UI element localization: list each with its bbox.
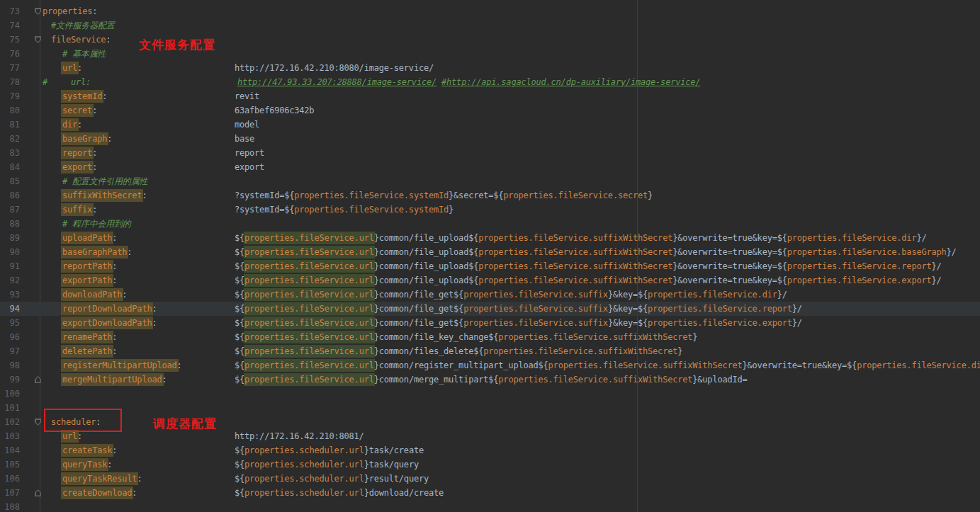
fold-collapse-icon[interactable] bbox=[35, 8, 41, 15]
line-number: 76 bbox=[0, 47, 20, 61]
code-text: url: bbox=[62, 61, 82, 75]
fold-collapse-icon[interactable] bbox=[35, 419, 41, 426]
code-line[interactable]: 80secret:63afbef6906c342b bbox=[0, 103, 980, 118]
code-text: fileService: bbox=[51, 33, 111, 47]
code-line[interactable]: 98registerMultipartUpload:${properties.f… bbox=[0, 358, 980, 372]
code-text: systemId: bbox=[62, 89, 107, 103]
code-line[interactable]: 104createTask:${properties.scheduler.url… bbox=[0, 443, 980, 457]
code-line[interactable]: 101 bbox=[0, 401, 980, 415]
code-line[interactable]: 95exportDownloadPath:${properties.fileSe… bbox=[0, 316, 980, 330]
code-text: #文件服务器配置 bbox=[51, 18, 115, 33]
line-number: 80 bbox=[0, 103, 20, 118]
code-line[interactable]: 88# 程序中会用到的 bbox=[0, 217, 980, 231]
code-line[interactable]: 94reportDownloadPath:${properties.fileSe… bbox=[0, 302, 980, 316]
code-text: downloadPath: bbox=[62, 288, 127, 302]
code-line[interactable]: 77url:http://172.16.42.210:8080/image-se… bbox=[0, 61, 980, 75]
code-editor: 73properties:74#文件服务器配置75fileService:76#… bbox=[0, 0, 980, 512]
code-text: url: bbox=[71, 75, 91, 89]
code-line[interactable]: 102scheduler: bbox=[0, 415, 980, 429]
code-line[interactable]: 100 bbox=[0, 387, 980, 401]
code-text: ${properties.fileService.url}common/file… bbox=[235, 259, 942, 273]
code-text: renamePath: bbox=[62, 330, 117, 344]
code-text: http://47.93.33.207:28888/image-service/… bbox=[237, 75, 700, 89]
line-number: 102 bbox=[0, 415, 20, 429]
line-number: 97 bbox=[0, 344, 20, 358]
line-number: 95 bbox=[0, 316, 20, 330]
code-text: ${properties.fileService.url}common/file… bbox=[235, 231, 926, 245]
code-text: ?systemId=${properties.fileService.syste… bbox=[235, 203, 454, 217]
code-text: registerMultipartUpload: bbox=[62, 358, 182, 372]
code-line[interactable]: 107createDownload:${properties.scheduler… bbox=[0, 486, 980, 500]
line-number: 106 bbox=[0, 472, 20, 486]
code-text: secret: bbox=[62, 103, 97, 118]
code-line[interactable]: 86suffixWithSecret:?systemId=${propertie… bbox=[0, 188, 980, 203]
code-line[interactable]: 90baseGraphPath:${properties.fileService… bbox=[0, 245, 980, 259]
annotation-scheduler-label: 调度器配置 bbox=[153, 417, 217, 431]
line-number: 93 bbox=[0, 288, 20, 302]
code-text: # 配置文件引用的属性 bbox=[62, 174, 147, 188]
code-text: model bbox=[235, 118, 259, 132]
code-text: dir: bbox=[62, 118, 82, 132]
code-line[interactable]: 108 bbox=[0, 500, 980, 512]
code-line[interactable]: 96renamePath:${properties.fileService.ur… bbox=[0, 330, 980, 344]
code-text: ${properties.scheduler.url}result/query bbox=[235, 472, 429, 486]
code-line[interactable]: 106queryTaskResult:${properties.schedule… bbox=[0, 472, 980, 486]
line-number: 89 bbox=[0, 231, 20, 245]
code-text: uploadPath: bbox=[62, 231, 117, 245]
code-text: baseGraphPath: bbox=[62, 245, 132, 259]
line-number: 92 bbox=[0, 273, 20, 288]
line-number: 87 bbox=[0, 203, 20, 217]
line-number: 103 bbox=[0, 429, 20, 443]
line-number: 74 bbox=[0, 18, 20, 33]
code-text: 63afbef6906c342b bbox=[235, 103, 314, 118]
code-line[interactable]: 85# 配置文件引用的属性 bbox=[0, 174, 980, 188]
code-text: properties: bbox=[43, 4, 97, 18]
code-line[interactable]: 91reportPath:${properties.fileService.ur… bbox=[0, 259, 980, 273]
code-text: baseGraph: bbox=[62, 132, 112, 146]
code-text: createDownload: bbox=[62, 486, 137, 500]
line-number: 75 bbox=[0, 33, 20, 47]
code-text: deletePath: bbox=[62, 344, 117, 358]
code-line[interactable]: 97deletePath:${properties.fileService.ur… bbox=[0, 344, 980, 358]
line-number: 96 bbox=[0, 330, 20, 344]
line-number: 81 bbox=[0, 118, 20, 132]
fold-region-end-icon[interactable] bbox=[35, 489, 41, 496]
code-text: ${properties.scheduler.url}task/query bbox=[235, 457, 419, 472]
code-line[interactable]: 84export:export bbox=[0, 160, 980, 174]
line-number: 100 bbox=[0, 387, 20, 401]
code-line[interactable]: 87suffix:?systemId=${properties.fileServ… bbox=[0, 203, 980, 217]
code-text: http://172.16.42.210:8081/ bbox=[235, 429, 364, 443]
code-text: export: bbox=[62, 160, 97, 174]
code-line[interactable]: 79systemId:revit bbox=[0, 89, 980, 103]
line-number: 104 bbox=[0, 443, 20, 457]
line-number: 101 bbox=[0, 401, 20, 415]
code-line[interactable]: 78#url:http://47.93.33.207:28888/image-s… bbox=[0, 75, 980, 89]
code-line[interactable]: 83report:report bbox=[0, 146, 980, 160]
code-line[interactable]: 82baseGraph:base bbox=[0, 132, 980, 146]
code-text: report bbox=[235, 146, 264, 160]
fold-collapse-icon[interactable] bbox=[35, 36, 41, 43]
code-text: base bbox=[235, 132, 254, 146]
code-line[interactable]: 73properties: bbox=[0, 4, 980, 18]
code-text: report: bbox=[62, 146, 97, 160]
code-line[interactable]: 74#文件服务器配置 bbox=[0, 18, 980, 33]
code-line[interactable]: 99mergeMultipartUpload:${properties.file… bbox=[0, 372, 980, 387]
code-text: ${properties.fileService.url}common/file… bbox=[235, 273, 942, 288]
code-text: ${properties.fileService.url}common/merg… bbox=[235, 372, 748, 387]
line-number: 90 bbox=[0, 245, 20, 259]
code-text: exportPath: bbox=[62, 273, 117, 288]
code-line[interactable]: 92exportPath:${properties.fileService.ur… bbox=[0, 273, 980, 288]
line-number: 82 bbox=[0, 132, 20, 146]
line-number: 107 bbox=[0, 486, 20, 500]
code-text: http://172.16.42.210:8080/image-service/ bbox=[235, 61, 434, 75]
fold-region-end-icon[interactable] bbox=[35, 376, 41, 383]
code-line[interactable]: 93downloadPath:${properties.fileService.… bbox=[0, 288, 980, 302]
code-text: exportDownloadPath: bbox=[62, 316, 157, 330]
code-line[interactable]: 103url:http://172.16.42.210:8081/ bbox=[0, 429, 980, 443]
code-text: ${properties.fileService.url}common/file… bbox=[235, 288, 787, 302]
code-line[interactable]: 105queryTask:${properties.scheduler.url}… bbox=[0, 457, 980, 472]
code-line[interactable]: 89uploadPath:${properties.fileService.ur… bbox=[0, 231, 980, 245]
code-text: ${properties.fileService.url}common/file… bbox=[235, 302, 802, 316]
code-text: ?systemId=${properties.fileService.syste… bbox=[235, 188, 653, 203]
code-line[interactable]: 81dir:model bbox=[0, 118, 980, 132]
